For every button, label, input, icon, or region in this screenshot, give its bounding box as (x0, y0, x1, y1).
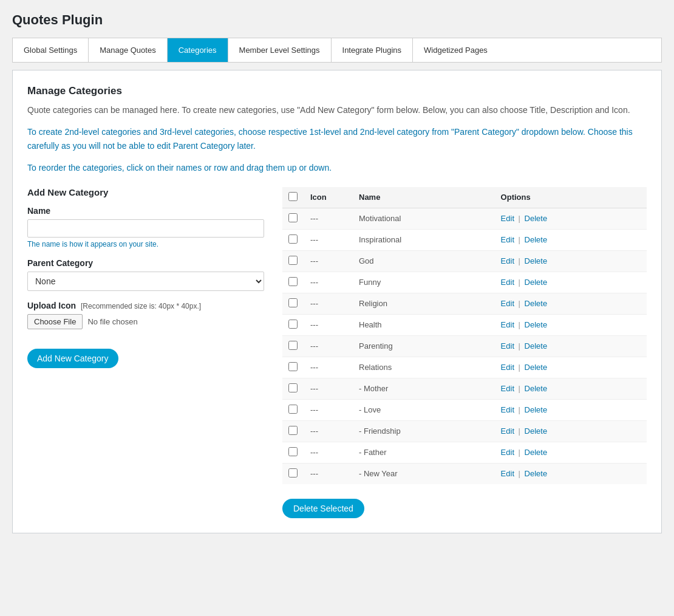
row-checkbox[interactable] (288, 213, 298, 222)
parent-category-group: Parent Category None (27, 258, 264, 291)
tab-member-level-settings[interactable]: Member Level Settings (228, 38, 332, 62)
row-checkbox[interactable] (288, 341, 298, 350)
table-row: ---InspirationalEdit | Delete (282, 229, 647, 250)
row-checkbox[interactable] (288, 234, 298, 244)
edit-link[interactable]: Edit (501, 341, 514, 351)
tab-categories[interactable]: Categories (168, 38, 228, 62)
row-checkbox[interactable] (288, 426, 298, 435)
edit-link[interactable]: Edit (501, 235, 514, 244)
row-icon: --- (304, 420, 353, 442)
edit-link[interactable]: Edit (501, 299, 514, 308)
col-header-name: Name (353, 187, 495, 208)
row-checkbox[interactable] (288, 405, 298, 414)
row-icon: --- (304, 357, 353, 378)
row-options: Edit | Delete (495, 399, 647, 420)
row-checkbox[interactable] (288, 320, 298, 329)
edit-link[interactable]: Edit (501, 469, 514, 478)
add-category-form: Add New Category Name The name is how it… (27, 187, 264, 518)
categories-table: Icon Name Options ---MotivationalEdit | … (282, 187, 647, 484)
row-icon: --- (304, 314, 353, 335)
row-options: Edit | Delete (495, 250, 647, 272)
select-all-checkbox[interactable] (288, 192, 298, 201)
delete-link[interactable]: Delete (525, 363, 548, 372)
edit-link[interactable]: Edit (501, 384, 514, 393)
row-options: Edit | Delete (495, 208, 647, 229)
delete-link[interactable]: Delete (525, 214, 548, 223)
table-row: ---- MotherEdit | Delete (282, 378, 647, 399)
row-icon: --- (304, 442, 353, 463)
description-2: To create 2nd-level categories and 3rd-l… (27, 125, 647, 152)
delete-selected-button[interactable]: Delete Selected (282, 499, 364, 518)
edit-link[interactable]: Edit (501, 405, 514, 414)
col-header-options: Options (495, 187, 647, 208)
table-row: ---- FatherEdit | Delete (282, 442, 647, 463)
row-icon: --- (304, 272, 353, 293)
table-row: ---FunnyEdit | Delete (282, 272, 647, 293)
row-icon: --- (304, 335, 353, 357)
row-options: Edit | Delete (495, 442, 647, 463)
tab-widgetized-pages[interactable]: Widgetized Pages (413, 38, 499, 62)
separator: | (516, 405, 523, 414)
choose-file-button[interactable]: Choose File (27, 314, 83, 329)
add-category-button[interactable]: Add New Category (27, 349, 118, 368)
edit-link[interactable]: Edit (501, 448, 514, 457)
table-row: ---MotivationalEdit | Delete (282, 208, 647, 229)
row-checkbox[interactable] (288, 447, 298, 456)
row-checkbox[interactable] (288, 362, 298, 371)
row-checkbox[interactable] (288, 468, 298, 477)
edit-link[interactable]: Edit (501, 214, 514, 223)
delete-link[interactable]: Delete (525, 341, 548, 351)
parent-category-select[interactable]: None (27, 272, 264, 291)
tab-integrate-plugins[interactable]: Integrate Plugins (332, 38, 414, 62)
row-checkbox[interactable] (288, 383, 298, 392)
row-name: Relations (353, 357, 495, 378)
delete-link[interactable]: Delete (525, 405, 548, 414)
row-options: Edit | Delete (495, 272, 647, 293)
edit-link[interactable]: Edit (501, 278, 514, 287)
edit-link[interactable]: Edit (501, 320, 514, 329)
row-name: - Love (353, 399, 495, 420)
table-row: ---- New YearEdit | Delete (282, 463, 647, 484)
row-checkbox[interactable] (288, 277, 298, 286)
delete-link[interactable]: Delete (525, 426, 548, 436)
separator: | (516, 384, 523, 393)
delete-link[interactable]: Delete (525, 278, 548, 287)
delete-link[interactable]: Delete (525, 448, 548, 457)
row-checkbox[interactable] (288, 256, 298, 265)
row-name: God (353, 250, 495, 272)
separator: | (516, 363, 523, 372)
row-name: - Father (353, 442, 495, 463)
name-input[interactable] (27, 219, 264, 238)
row-options: Edit | Delete (495, 335, 647, 357)
delete-link[interactable]: Delete (525, 235, 548, 244)
delete-link[interactable]: Delete (525, 299, 548, 308)
name-hint: The name is how it appears on your site. (27, 240, 264, 248)
row-icon: --- (304, 399, 353, 420)
row-icon: --- (304, 378, 353, 399)
row-name: Motivational (353, 208, 495, 229)
row-name: - Friendship (353, 420, 495, 442)
tab-global-settings[interactable]: Global Settings (13, 38, 89, 62)
edit-link[interactable]: Edit (501, 363, 514, 372)
content-panel: Manage Categories Quote categories can b… (12, 70, 662, 533)
delete-link[interactable]: Delete (525, 320, 548, 329)
upload-row: Choose File No file chosen (27, 314, 264, 329)
row-options: Edit | Delete (495, 378, 647, 399)
upload-icon-group: Upload Icon [Recommended size is: 40px *… (27, 301, 264, 329)
row-name: Inspirational (353, 229, 495, 250)
edit-link[interactable]: Edit (501, 426, 514, 436)
delete-link[interactable]: Delete (525, 384, 548, 393)
separator: | (516, 469, 523, 478)
parent-label: Parent Category (27, 258, 264, 268)
row-icon: --- (304, 293, 353, 314)
row-checkbox[interactable] (288, 298, 298, 307)
delete-link[interactable]: Delete (525, 256, 548, 265)
name-field-group: Name The name is how it appears on your … (27, 206, 264, 248)
row-name: Funny (353, 272, 495, 293)
separator: | (516, 320, 523, 329)
edit-link[interactable]: Edit (501, 256, 514, 265)
delete-link[interactable]: Delete (525, 469, 548, 478)
row-options: Edit | Delete (495, 229, 647, 250)
row-name: Religion (353, 293, 495, 314)
tab-manage-quotes[interactable]: Manage Quotes (89, 38, 168, 62)
